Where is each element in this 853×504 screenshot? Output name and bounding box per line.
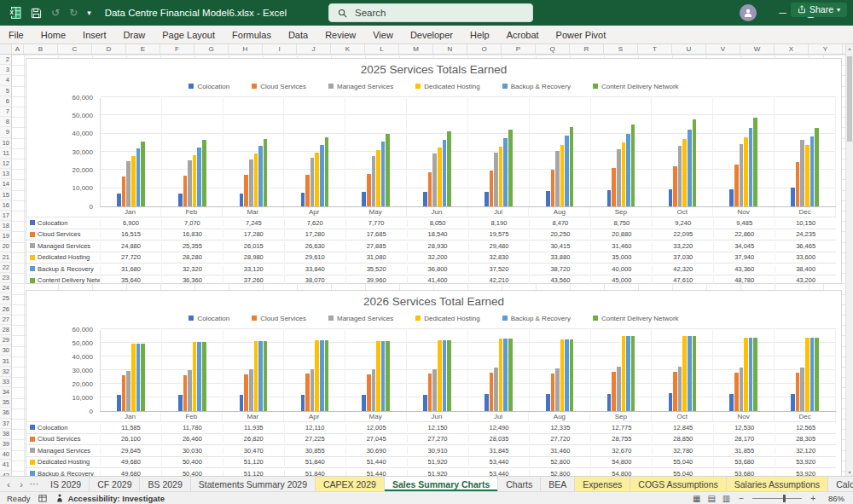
row-header-22[interactable]: 22 [0,263,11,273]
row-header-4[interactable]: 4 [0,75,11,85]
bar-cloud-services[interactable] [796,162,800,206]
column-header-D[interactable]: D [92,44,126,54]
sheet-tab-sales-summary-charts[interactable]: Sales Summary Charts [385,477,498,491]
bar-colocation[interactable] [423,192,427,206]
bar-dedicated-hosting[interactable] [315,340,319,411]
row-header-29[interactable]: 29 [0,335,11,345]
row-header-24[interactable]: 24 [0,283,11,293]
page-layout-view-icon[interactable]: ▤ [707,494,715,503]
row-header-31[interactable]: 31 [0,356,11,366]
save-icon[interactable] [31,8,42,19]
bar-backup-recovery[interactable] [626,134,630,206]
row-header-35[interactable]: 35 [0,397,11,408]
row-header-9[interactable]: 9 [0,127,11,137]
bar-colocation[interactable] [117,194,121,206]
qat-customize-icon[interactable]: ▾ [87,9,91,17]
bar-colocation[interactable] [729,394,734,411]
bar-managed-services[interactable] [310,369,315,411]
bar-content-delivery-network[interactable] [508,130,513,206]
chart-2025-services-totals-earned[interactable]: 2025 Services Totals EarnedColocationClo… [26,58,842,284]
bar-backup-recovery[interactable] [565,136,569,206]
row-header-27[interactable]: 27 [0,315,11,325]
row-header-36[interactable]: 36 [0,408,11,418]
bar-content-delivery-network[interactable] [202,140,206,206]
bar-backup-recovery[interactable] [381,142,386,206]
bar-content-delivery-network[interactable] [141,344,145,411]
bar-backup-recovery[interactable] [136,344,141,411]
bar-cloud-services[interactable] [122,375,126,411]
column-header-T[interactable]: T [638,44,672,54]
bar-managed-services[interactable] [740,368,744,411]
bar-managed-services[interactable] [432,154,437,206]
bar-managed-services[interactable] [188,370,192,411]
row-header-2[interactable]: 2 [0,55,11,65]
bar-colocation[interactable] [178,194,183,206]
bar-colocation[interactable] [669,393,673,411]
bar-backup-recovery[interactable] [320,145,324,206]
bar-cloud-services[interactable] [428,374,432,411]
redo-icon[interactable]: ↻ [69,8,78,18]
undo-icon[interactable]: ↺ [51,8,60,18]
sheet-tab-calcula[interactable]: Calcula [828,477,853,491]
row-header-28[interactable]: 28 [0,325,11,335]
row-header-34[interactable]: 34 [0,387,11,397]
bar-cloud-services[interactable] [734,373,739,411]
bar-dedicated-hosting[interactable] [682,336,687,411]
ribbon-tab-developer[interactable]: Developer [402,26,461,43]
bar-colocation[interactable] [362,192,366,206]
bar-dedicated-hosting[interactable] [376,341,380,411]
bar-colocation[interactable] [240,395,244,411]
bar-colocation[interactable] [669,189,673,206]
bar-content-delivery-network[interactable] [631,336,635,411]
bar-dedicated-hosting[interactable] [560,339,565,411]
bar-cloud-services[interactable] [122,177,126,206]
column-header-P[interactable]: P [502,44,536,54]
page-break-view-icon[interactable]: ▥ [722,494,730,503]
bar-colocation[interactable] [791,394,795,411]
bar-backup-recovery[interactable] [810,338,815,411]
bar-dedicated-hosting[interactable] [193,155,197,206]
ribbon-tab-data[interactable]: Data [280,26,316,43]
column-header-V[interactable]: V [706,44,740,54]
bar-content-delivery-network[interactable] [264,139,268,206]
bar-content-delivery-network[interactable] [264,341,268,411]
bar-backup-recovery[interactable] [258,146,263,206]
bar-cloud-services[interactable] [612,372,616,411]
row-header-15[interactable]: 15 [0,189,11,200]
ribbon-tab-home[interactable]: Home [32,26,74,43]
bar-managed-services[interactable] [372,369,376,411]
bar-colocation[interactable] [240,194,244,206]
column-header-G[interactable]: G [194,44,229,54]
column-header-Q[interactable]: Q [536,44,570,54]
bar-cloud-services[interactable] [305,374,310,411]
bar-managed-services[interactable] [432,369,437,411]
bar-content-delivery-network[interactable] [386,134,390,206]
bar-colocation[interactable] [362,395,366,411]
column-header-X[interactable]: X [775,44,809,54]
macro-record-icon[interactable] [38,495,47,502]
column-header-K[interactable]: K [331,44,365,54]
bar-backup-recovery[interactable] [136,148,141,206]
bar-content-delivery-network[interactable] [386,341,390,411]
normal-view-icon[interactable]: ▦ [693,494,700,503]
bar-backup-recovery[interactable] [197,148,201,206]
bar-cloud-services[interactable] [673,166,677,206]
column-header-C[interactable]: C [58,44,92,54]
bar-colocation[interactable] [791,188,795,206]
bar-dedicated-hosting[interactable] [682,139,687,206]
bar-cloud-services[interactable] [490,373,494,411]
bar-content-delivery-network[interactable] [508,339,513,412]
prev-sheet-icon[interactable]: ‹ [3,479,15,490]
bar-managed-services[interactable] [188,160,192,206]
bar-colocation[interactable] [301,193,305,206]
bar-content-delivery-network[interactable] [325,340,329,411]
bar-backup-recovery[interactable] [320,340,324,411]
vertical-scroll-thumb[interactable] [847,56,852,142]
search-box[interactable] [328,3,533,22]
bar-dedicated-hosting[interactable] [744,338,748,411]
bar-managed-services[interactable] [678,146,682,206]
bar-colocation[interactable] [178,395,183,411]
bar-colocation[interactable] [607,190,612,206]
zoom-in-button[interactable]: + [810,494,815,503]
row-header-42[interactable]: 42 [0,471,11,477]
